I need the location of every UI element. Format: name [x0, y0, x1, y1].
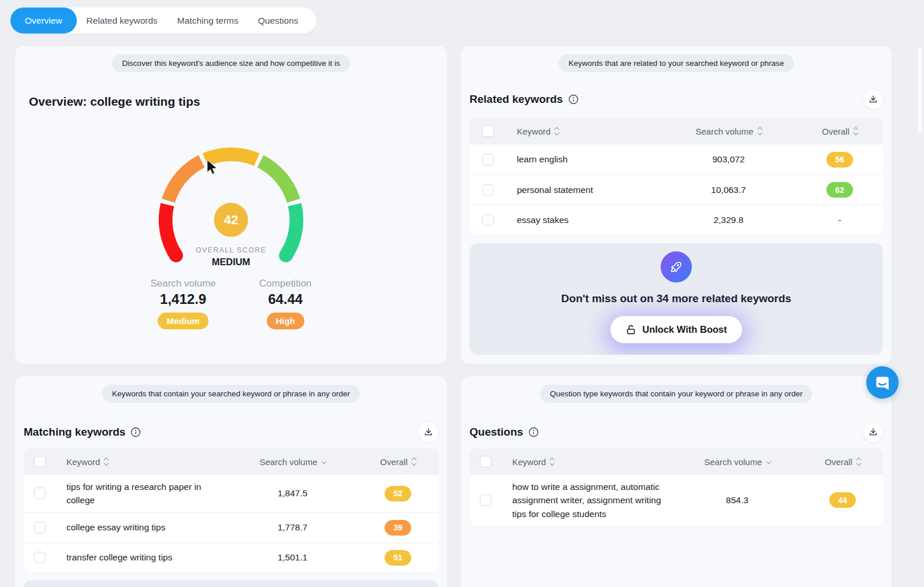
column-header-search-volume[interactable]: Search volume [672, 457, 802, 467]
gauge-chart: 42 OVERALL SCORE MEDIUM [152, 140, 310, 271]
column-header-overall[interactable]: Overall [796, 127, 883, 136]
row-checkbox[interactable] [34, 552, 46, 563]
matching-keywords-panel: Keywords that contain your searched keyw… [14, 376, 448, 587]
chat-widget-button[interactable] [866, 366, 899, 399]
row-checkbox[interactable] [482, 154, 494, 165]
sort-desc-icon [767, 460, 770, 463]
column-header-overall[interactable]: Overall [357, 457, 438, 467]
unlock-with-boost-button[interactable]: Unlock With Boost [610, 316, 742, 343]
table-header-row: Keyword Search volume Overall [470, 448, 883, 475]
matching-title-text: Matching keywords [24, 426, 125, 439]
select-all-checkbox[interactable] [482, 125, 494, 137]
search-volume-cell: 1,778.7 [228, 522, 357, 533]
search-volume-cell: 854.3 [672, 495, 802, 506]
row-checkbox[interactable] [34, 522, 46, 533]
keyword-cell: essay stakes [506, 208, 661, 232]
column-header-search-volume[interactable]: Search volume [228, 457, 357, 467]
overall-score-badge: 39 [385, 520, 411, 536]
search-volume-value: 1,412.9 [150, 291, 215, 307]
related-title-text: Related keywords [470, 93, 563, 106]
table-header-row: Keyword Search volume Overall [24, 448, 438, 475]
search-volume-label: Search volume [150, 278, 215, 289]
sort-icon [857, 458, 860, 465]
download-icon [869, 428, 878, 437]
matching-keywords-table: Keyword Search volume Overall tips for w… [24, 448, 438, 573]
related-tooltip: Keywords that are related to your search… [559, 54, 794, 72]
select-all-checkbox[interactable] [480, 456, 491, 467]
questions-table: Keyword Search volume Overall how to wri… [470, 448, 883, 526]
info-icon[interactable] [131, 427, 141, 437]
overview-panel: Discover this keyword's audience size an… [14, 45, 448, 365]
table-row: personal statement 10,063.7 62 [470, 174, 883, 205]
questions-tooltip: Question type keywords that contain your… [540, 385, 812, 403]
competition-badge: High [267, 313, 304, 329]
search-volume-stat: Search volume 1,412.9 Medium [150, 278, 215, 329]
overall-score-badge: 52 [385, 486, 411, 501]
column-header-overall[interactable]: Overall [802, 457, 883, 467]
download-button[interactable] [419, 422, 438, 442]
column-header-keyword[interactable]: Keyword [506, 127, 661, 136]
related-keywords-table: Keyword Search volume Overall learn engl… [470, 118, 883, 235]
column-header-keyword[interactable]: Keyword [56, 457, 228, 467]
score-gauge: 42 OVERALL SCORE MEDIUM [152, 140, 310, 273]
overall-score-badge: 51 [385, 550, 411, 566]
table-row: transfer college writing tips 1,501.1 51 [24, 543, 438, 573]
row-checkbox[interactable] [34, 488, 46, 499]
boost-upsell-section [24, 580, 438, 587]
keyword-cell: personal statement [506, 178, 661, 202]
info-icon[interactable] [568, 94, 579, 105]
tab-questions[interactable]: Questions [248, 8, 308, 34]
download-icon [424, 428, 433, 437]
rocket-icon [661, 251, 692, 283]
keyword-cell: learn english [506, 147, 661, 171]
competition-stat: Competition 64.44 High [259, 278, 312, 329]
table-row: essay stakes 2,329.8 - [470, 205, 883, 235]
search-volume-cell: 1,501.1 [228, 552, 357, 563]
keyword-cell: tips for writing a research paper in col… [56, 475, 228, 512]
overall-score-badge: 56 [826, 152, 853, 168]
tab-matching-terms[interactable]: Matching terms [167, 8, 248, 34]
download-icon [869, 95, 878, 104]
overall-score-badge: 62 [826, 182, 853, 198]
info-icon[interactable] [528, 427, 539, 437]
overview-stats: Search volume 1,412.9 Medium Competition… [15, 278, 447, 329]
overall-score-caption: OVERALL SCORE [196, 246, 266, 254]
related-keywords-panel: Keywords that are related to your search… [460, 45, 892, 365]
sort-desc-icon [322, 460, 326, 463]
overview-title: Overview: college writing tips [29, 95, 200, 109]
row-checkbox[interactable] [480, 495, 491, 506]
overall-score-value: 42 [223, 212, 238, 227]
row-checkbox[interactable] [482, 184, 494, 196]
tab-overview[interactable]: Overview [10, 8, 77, 34]
matching-tooltip: Keywords that contain your searched keyw… [102, 385, 360, 403]
overall-score-level: MEDIUM [212, 257, 251, 267]
download-button[interactable] [863, 90, 883, 109]
download-button[interactable] [863, 422, 883, 442]
column-header-search-volume[interactable]: Search volume [661, 127, 796, 136]
competition-label: Competition [259, 278, 312, 289]
tab-bar: Overview Related keywords Matching terms… [10, 8, 316, 34]
table-row: learn english 903,072 56 [470, 144, 883, 174]
sort-icon [105, 458, 108, 465]
table-row: how to write a assignment, automatic ass… [470, 475, 883, 526]
sort-icon [412, 458, 416, 465]
row-checkbox[interactable] [482, 214, 494, 226]
table-row: tips for writing a research paper in col… [24, 475, 438, 512]
overview-tooltip: Discover this keyword's audience size an… [112, 54, 350, 72]
overall-score-badge: 44 [829, 492, 856, 508]
scrollbar-thumb[interactable] [917, 46, 923, 134]
column-header-keyword[interactable]: Keyword [502, 457, 672, 467]
sort-icon [758, 128, 762, 135]
chat-bubble-icon [874, 374, 891, 391]
search-volume-cell: 903,072 [661, 154, 796, 165]
select-all-checkbox[interactable] [34, 456, 46, 467]
tab-related-keywords[interactable]: Related keywords [77, 8, 167, 34]
competition-value: 64.44 [259, 291, 312, 307]
questions-title: Questions [470, 426, 539, 439]
related-title: Related keywords [470, 93, 579, 106]
table-row: college essay writing tips 1,778.7 39 [24, 512, 438, 543]
sort-icon [854, 128, 858, 135]
matching-title: Matching keywords [24, 426, 141, 439]
sort-icon [555, 128, 558, 135]
search-volume-cell: 1,847.5 [228, 488, 357, 499]
